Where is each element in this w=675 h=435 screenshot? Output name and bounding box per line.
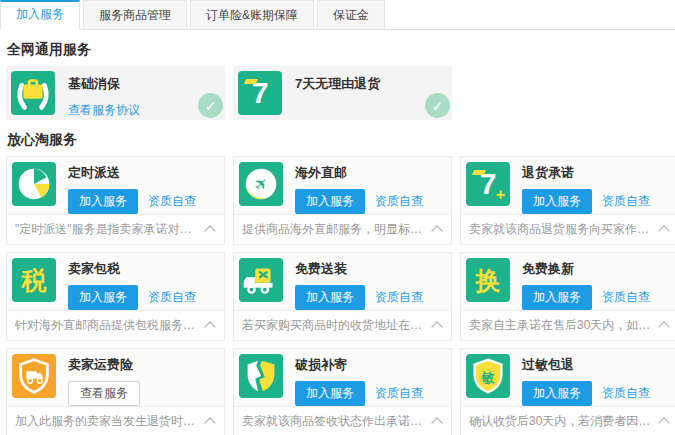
qualification-self-check-link[interactable]: 资质自查 <box>375 289 423 306</box>
seven-icon: 7 <box>238 71 282 115</box>
collapse-chevron-icon[interactable] <box>431 321 442 332</box>
service-description: 卖家自主承诺在售后30天内，如发现商品出现... <box>469 317 652 334</box>
joined-check-icon: ✓ <box>198 93 223 118</box>
briefcase-hands-icon <box>11 71 55 115</box>
join-service-button[interactable]: 加入服务 <box>68 189 138 214</box>
split-shield-icon <box>239 354 283 398</box>
join-service-button[interactable]: 加入服务 <box>68 285 138 310</box>
allergy-shield-icon: 敏 <box>466 354 510 398</box>
service-card-basic-consumer-protection: 基础消保 查看服务协议 ✓ <box>6 66 225 120</box>
service-card-overseas-direct-mail: ✈ 海外直邮 加入服务 资质自查 提供商品海外直邮服务，明显标识吸引海淘买家..… <box>233 156 452 245</box>
service-card-seller-shipping-insurance: 卖家运费险 查看服务 加入此服务的卖家当发生退货时，产生的退货运... <box>6 348 225 435</box>
service-description: 卖家就该商品签收状态作出承诺，自商品签收之... <box>242 413 425 430</box>
join-service-button[interactable]: 加入服务 <box>522 381 592 406</box>
join-service-button[interactable]: 加入服务 <box>522 189 592 214</box>
seven-dash-accent <box>472 170 486 175</box>
service-card-free-replacement: 换 免费换新 加入服务 资质自查 卖家自主承诺在售后30天内，如发现商品出现..… <box>460 252 675 341</box>
card-title: 海外直邮 <box>295 164 423 182</box>
collapse-chevron-icon[interactable] <box>204 417 215 428</box>
delivery-truck-icon <box>239 258 283 302</box>
card-title: 卖家运费险 <box>68 356 140 374</box>
services-grid: 定时派送 加入服务 资质自查 "定时派送"服务是指卖家承诺对于其店铺内含有"..… <box>6 156 675 435</box>
airplane-icon: ✈ <box>239 162 283 206</box>
collapse-chevron-icon[interactable] <box>431 417 442 428</box>
service-description: 针对海外直邮商品提供包税服务，降低买家海淘... <box>15 317 198 334</box>
card-title: 7天无理由退货 <box>295 75 380 93</box>
service-description: 卖家就该商品退货服务向买家作出承诺，自商品... <box>469 221 652 238</box>
join-service-button[interactable]: 加入服务 <box>295 285 365 310</box>
service-description: "定时派送"服务是指卖家承诺对于其店铺内含有"... <box>15 221 198 238</box>
service-card-7day-no-reason-return: 7 7天无理由退货 ✓ <box>233 66 452 120</box>
qualification-self-check-link[interactable]: 资质自查 <box>602 289 650 306</box>
exchange-character-icon: 换 <box>466 258 510 302</box>
collapse-chevron-icon[interactable] <box>431 225 442 236</box>
seven-dash-accent <box>244 79 258 84</box>
card-title: 退货承诺 <box>522 164 650 182</box>
shield-truck-icon <box>12 354 56 398</box>
card-title: 免费换新 <box>522 260 650 278</box>
tab-service-product-management[interactable]: 服务商品管理 <box>83 0 187 29</box>
qualification-self-check-link[interactable]: 资质自查 <box>375 193 423 210</box>
join-service-button[interactable]: 加入服务 <box>522 285 592 310</box>
seller-services-page: 加入服务 服务商品管理 订单险&账期保障 保证金 全网通用服务 基础消保 查看服… <box>0 0 675 435</box>
tax-character-icon: 税 <box>12 258 56 302</box>
tab-join-service[interactable]: 加入服务 <box>0 0 80 30</box>
join-service-button[interactable]: 加入服务 <box>295 381 365 406</box>
card-title: 基础消保 <box>68 75 140 93</box>
collapse-chevron-icon[interactable] <box>658 417 669 428</box>
card-title: 免费送装 <box>295 260 423 278</box>
clock-icon <box>12 162 56 206</box>
service-card-return-promise: 7 + 退货承诺 加入服务 资质自查 卖家就该商品退货服务向买家作出承诺，自商品… <box>460 156 675 245</box>
qualification-self-check-link[interactable]: 资质自查 <box>375 385 423 402</box>
card-title: 定时派送 <box>68 164 196 182</box>
service-description: 若买家购买商品时的收货地址在卖家承诺的区域... <box>242 317 425 334</box>
card-title: 卖家包税 <box>68 260 196 278</box>
service-card-damage-reshipment: 破损补寄 加入服务 资质自查 卖家就该商品签收状态作出承诺，自商品签收之... <box>233 348 452 435</box>
tab-deposit[interactable]: 保证金 <box>317 0 385 29</box>
section-title-fangxintao-services: 放心淘服务 <box>7 131 675 149</box>
service-description: 提供商品海外直邮服务，明显标识吸引海淘买家... <box>242 221 425 238</box>
tab-order-insurance-payment-guarantee[interactable]: 订单险&账期保障 <box>190 0 314 29</box>
card-title: 破损补寄 <box>295 356 423 374</box>
service-description: 确认收货后30天内，若消费者因使用该商品引... <box>469 413 652 430</box>
join-service-button[interactable]: 加入服务 <box>295 189 365 214</box>
service-card-free-delivery-installation: 免费送装 加入服务 资质自查 若买家购买商品时的收货地址在卖家承诺的区域... <box>233 252 452 341</box>
qualification-self-check-link[interactable]: 资质自查 <box>602 193 650 210</box>
seven-plus-icon: 7 + <box>466 162 510 206</box>
joined-check-icon: ✓ <box>425 93 450 118</box>
qualification-self-check-link[interactable]: 资质自查 <box>602 385 650 402</box>
collapse-chevron-icon[interactable] <box>658 225 669 236</box>
qualification-self-check-link[interactable]: 资质自查 <box>148 289 196 306</box>
universal-services-row: 基础消保 查看服务协议 ✓ 7 7天无理由退货 ✓ <box>6 66 675 120</box>
service-card-seller-tax-included: 税 卖家包税 加入服务 资质自查 针对海外直邮商品提供包税服务，降低买家海淘..… <box>6 252 225 341</box>
collapse-chevron-icon[interactable] <box>204 225 215 236</box>
service-card-allergy-refund: 敏 过敏包退 加入服务 资质自查 确认收货后30天内，若消费者因使用该商品引..… <box>460 348 675 435</box>
collapse-chevron-icon[interactable] <box>658 321 669 332</box>
service-card-scheduled-delivery: 定时派送 加入服务 资质自查 "定时派送"服务是指卖家承诺对于其店铺内含有"..… <box>6 156 225 245</box>
section-title-universal-services: 全网通用服务 <box>7 41 675 59</box>
card-title: 过敏包退 <box>522 356 650 374</box>
service-description: 加入此服务的卖家当发生退货时，产生的退货运... <box>15 413 198 430</box>
view-service-agreement-link[interactable]: 查看服务协议 <box>68 102 140 119</box>
view-service-button[interactable]: 查看服务 <box>68 381 140 406</box>
collapse-chevron-icon[interactable] <box>204 321 215 332</box>
qualification-self-check-link[interactable]: 资质自查 <box>148 193 196 210</box>
tab-bar: 加入服务 服务商品管理 订单险&账期保障 保证金 <box>0 0 675 30</box>
